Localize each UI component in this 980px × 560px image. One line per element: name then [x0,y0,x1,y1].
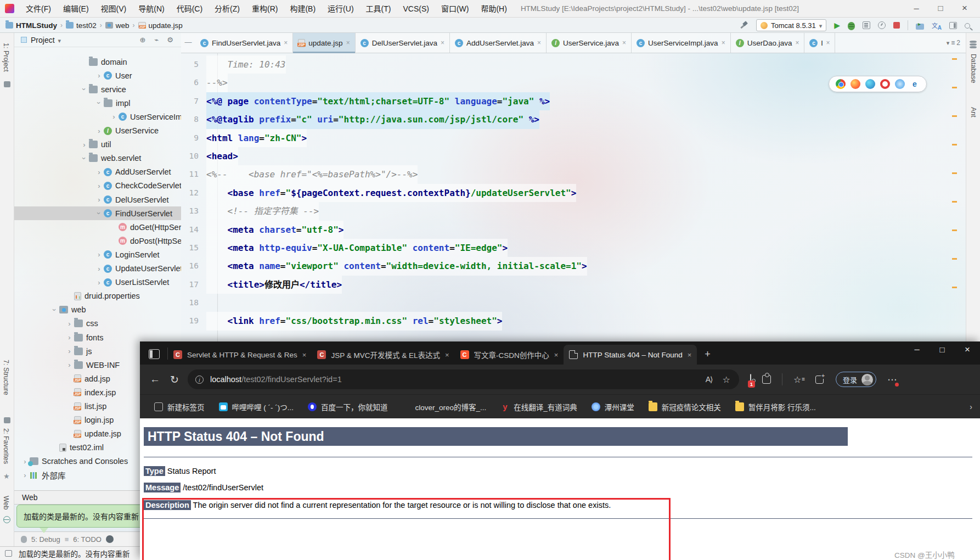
toolwindow-switcher-icon[interactable] [5,550,12,557]
tree-item-FindUserServlet[interactable]: FindUserServlet [14,206,181,220]
chevron-coll-icon[interactable] [95,127,103,135]
tree-item-User[interactable]: User [14,69,181,82]
close-button[interactable] [955,341,980,358]
tree-item-css[interactable]: css [14,317,181,331]
menu-item[interactable]: 编辑(E) [57,4,95,13]
chevron-coll-icon[interactable] [95,278,103,287]
tree-item-doGet-HttpServlet[interactable]: doGet(HttpServlet [14,220,181,234]
back-icon[interactable] [150,373,160,385]
editor-tab-UserDao.java[interactable]: UserDao.java [731,33,805,53]
close-tab-icon[interactable] [622,39,626,47]
database-icon[interactable] [970,41,977,43]
close-tab-icon[interactable] [722,39,725,47]
bookmark-item[interactable]: 百度一下，你就知道 [308,401,388,412]
chevron-expanded-icon[interactable] [80,154,88,163]
breadcrumb-item[interactable]: web [105,21,129,30]
toolstrip-project[interactable]: 1: Project [2,43,10,72]
chevron-coll-icon[interactable] [95,71,103,80]
toolstrip-structure[interactable]: 7: Structure [2,360,10,395]
build-icon[interactable] [739,20,748,30]
chevron-coll-icon[interactable] [65,320,74,328]
more-menu-icon[interactable] [887,374,897,385]
chevron-coll-icon[interactable] [21,471,29,479]
close-tab-icon[interactable] [826,39,830,47]
project-tool-icon[interactable] [4,81,10,87]
editor-tab-l[interactable]: l [804,33,835,53]
run-anything-icon[interactable] [916,24,924,30]
profiler-button[interactable] [878,21,886,29]
close-tab-icon[interactable] [688,351,692,359]
chevron-coll-icon[interactable] [95,182,103,190]
toolstrip-database[interactable]: Database [970,54,977,83]
editor-tab-UserService.java[interactable]: UserService.java [547,33,632,53]
bookmarks-overflow-icon[interactable] [970,402,972,411]
run-configuration-select[interactable]: Tomcat 8.5.31 [756,19,826,31]
tree-item-druid.properties[interactable]: druid.properties [14,289,181,303]
menu-item[interactable]: 导航(N) [132,4,170,13]
close-button[interactable] [953,0,977,17]
maximize-button[interactable] [930,341,955,358]
safari-icon[interactable] [895,79,905,89]
chevron-expanded-icon[interactable] [95,209,103,217]
tab-overflow[interactable]: 2 [947,33,966,53]
vertical-tabs-icon[interactable] [149,349,160,359]
login-button[interactable]: 登录 [836,372,876,387]
chevron-coll-icon[interactable] [95,168,103,176]
debug-tab[interactable]: 5: Debug [31,535,60,544]
code-editor[interactable]: 5 Time: 10:436--%>7<%@ page contentType=… [181,53,966,331]
menu-item[interactable]: 工具(T) [360,4,397,13]
close-tab-icon[interactable] [346,39,350,47]
favorites-star-icon[interactable] [3,472,10,480]
toolstrip-ant[interactable]: Ant [970,107,977,117]
collapse-all-icon[interactable] [155,36,159,44]
bookmark-item[interactable]: 潭州课堂 [592,401,634,412]
tree-item-AddUserServlet[interactable]: AddUserServlet [14,165,181,179]
maximize-button[interactable] [928,0,953,17]
bookmark-item[interactable]: 哔哩哔哩 ( ´- ´)つ... [219,401,294,412]
browser-tab[interactable]: JSP & MVC开发模式 & EL表达式 [312,345,454,365]
tree-item-web.servlet[interactable]: web.servlet [14,152,181,165]
collections-icon[interactable] [815,376,824,384]
read-aloud-icon[interactable] [706,375,713,384]
tree-item-impl[interactable]: impl [14,96,181,110]
tree-item-CheckCodeServlet[interactable]: CheckCodeServlet [14,179,181,193]
menu-item[interactable]: 文件(F) [20,4,57,13]
extensions-icon[interactable] [762,375,771,384]
hide-tabs-icon[interactable] [181,33,195,53]
tree-item-web[interactable]: web [14,303,181,317]
debug-button[interactable] [848,22,855,30]
coverage-button[interactable] [863,21,870,29]
stop-button[interactable] [893,22,900,29]
close-tab-icon[interactable] [554,351,559,359]
tree-item-UserService[interactable]: UserService [14,124,181,138]
chevron-coll-icon[interactable] [95,195,103,204]
menu-item[interactable]: VCS(S) [397,4,435,13]
breadcrumb-item[interactable]: test02 [66,21,97,30]
chevron-coll-icon[interactable] [95,250,103,259]
tree-item-LoginServlet[interactable]: LoginServlet [14,248,181,261]
web-globe-icon[interactable] [3,516,10,523]
tree-item-UserServiceImpl[interactable]: UserServiceImpl [14,110,181,124]
chevron-coll-icon[interactable] [80,141,88,149]
close-tab-icon[interactable] [537,39,541,47]
locate-icon[interactable] [140,36,146,44]
chevron-expanded-icon[interactable] [50,306,59,314]
chevron-coll-icon[interactable] [110,113,118,121]
bookmark-item[interactable]: 新冠疫情论文相关 [649,401,721,412]
todo-tab[interactable]: 6: TODO [73,535,102,544]
close-tab-icon[interactable] [445,351,449,359]
tree-item-service[interactable]: service [14,82,181,96]
address-bar[interactable]: localhost/test02/findUserServlet?id=1 [188,369,739,389]
close-tab-icon[interactable] [284,39,288,47]
bookmark-item[interactable]: clover_oreo的博客_... [402,401,486,412]
tree-item-util[interactable]: util [14,138,181,152]
favorites-bar-icon[interactable] [793,374,804,385]
chevron-expanded-icon[interactable] [80,85,88,93]
site-info-icon[interactable] [195,376,204,384]
tree-item-DelUserServlet[interactable]: DelUserServlet [14,193,181,206]
chevron-expanded-icon[interactable] [95,99,103,107]
editor-tab-DelUserServlet.java[interactable]: DelUserServlet.java [356,33,450,53]
translate-icon[interactable] [932,20,942,30]
bookmark-item[interactable]: 在线翻译_有道词典 [500,401,577,412]
gear-icon[interactable] [167,36,173,44]
